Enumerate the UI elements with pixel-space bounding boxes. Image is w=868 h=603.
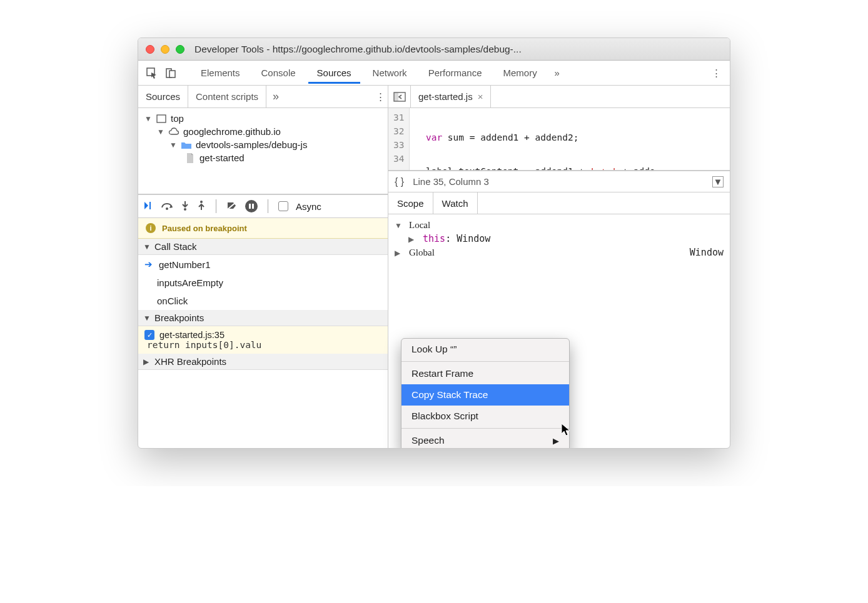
breakpoint-code: return inputs[0].valu: [144, 340, 381, 350]
sub-tab-more-icon[interactable]: »: [266, 90, 285, 103]
tree-top-label: top: [171, 113, 184, 124]
pause-on-exceptions-icon[interactable]: [245, 200, 258, 212]
stack-frame-current[interactable]: ➔ getNumber1: [138, 255, 388, 274]
tab-memory[interactable]: Memory: [495, 62, 546, 84]
paused-banner: i Paused on breakpoint: [138, 218, 388, 239]
deactivate-breakpoints-icon[interactable]: [226, 201, 238, 212]
resume-icon[interactable]: [143, 201, 153, 212]
cursor-position: Line 35, Column 3: [413, 176, 489, 187]
sub-tab-sources[interactable]: Sources: [138, 86, 188, 107]
step-out-icon[interactable]: [197, 201, 206, 212]
inspect-element-icon[interactable]: [144, 66, 159, 81]
ctx-separator: [401, 428, 569, 429]
triangle-icon: [157, 127, 164, 136]
ctx-blackbox-script[interactable]: Blackbox Script: [401, 406, 569, 427]
stack-frame-label: getNumber1: [159, 259, 211, 270]
stack-frame-label: inputsAreEmpty: [157, 277, 223, 288]
editor-file-tab[interactable]: get-started.js ×: [411, 86, 491, 107]
tab-sources[interactable]: Sources: [308, 62, 360, 84]
svg-rect-12: [394, 92, 398, 101]
async-checkbox[interactable]: [278, 201, 288, 211]
code-content[interactable]: var sum = addend1 + addend2; label.textC…: [410, 108, 660, 170]
breakpoint-checkbox[interactable]: ✓: [144, 330, 154, 340]
window-title: Developer Tools - https://googlechrome.g…: [194, 44, 722, 55]
tree-file[interactable]: get-started: [144, 151, 385, 164]
tree-domain-label: googlechrome.github.io: [183, 126, 281, 137]
step-over-icon[interactable]: [161, 201, 173, 212]
paused-text: Paused on breakpoint: [162, 224, 247, 233]
scope-watch-tabs: Scope Watch: [388, 192, 730, 214]
tree-domain[interactable]: googlechrome.github.io: [144, 125, 385, 138]
current-frame-arrow-icon: ➔: [144, 259, 153, 270]
devtools-tab-bar: Elements Console Sources Network Perform…: [138, 61, 730, 86]
svg-rect-3: [157, 115, 166, 122]
sources-kebab-icon[interactable]: ⋮: [373, 89, 388, 104]
svg-rect-10: [252, 204, 254, 209]
coverage-toggle-icon[interactable]: ▼: [712, 176, 724, 187]
stack-frame[interactable]: inputsAreEmpty: [138, 274, 388, 292]
context-menu: Look Up “” Restart Frame Copy Stack Trac…: [401, 338, 570, 449]
ctx-copy-stack-trace[interactable]: Copy Stack Trace: [401, 384, 569, 406]
tree-file-label: get-started: [199, 152, 245, 163]
kebab-menu-icon[interactable]: ⋮: [709, 66, 724, 81]
close-tab-icon[interactable]: ×: [478, 91, 483, 102]
xhr-breakpoints-title: XHR Breakpoints: [154, 356, 226, 367]
cloud-icon: [168, 127, 179, 137]
minimize-window-button[interactable]: [161, 45, 169, 54]
devtools-window: Developer Tools - https://googlechrome.g…: [138, 37, 730, 449]
tab-console[interactable]: Console: [253, 62, 305, 84]
tab-network[interactable]: Network: [364, 62, 416, 84]
line-number-gutter: 31 32 33 34: [388, 108, 410, 170]
tab-performance[interactable]: Performance: [420, 62, 491, 84]
triangle-icon: [143, 357, 151, 366]
stack-frame[interactable]: onClick: [138, 292, 388, 310]
close-window-button[interactable]: [146, 45, 154, 54]
svg-point-6: [184, 208, 186, 211]
tree-top[interactable]: top: [144, 112, 385, 125]
tab-scope[interactable]: Scope: [388, 192, 433, 214]
triangle-icon: [143, 314, 151, 322]
editor-tabbar: get-started.js ×: [388, 86, 730, 108]
scope-local[interactable]: ▼ Local: [395, 218, 724, 232]
triangle-icon: [169, 141, 177, 149]
more-tabs-icon[interactable]: »: [550, 66, 565, 81]
async-label: Async: [296, 201, 321, 212]
breakpoint-label: get-started.js:35: [159, 330, 225, 340]
toolbar-separator: [216, 199, 216, 213]
submenu-arrow-icon: ▶: [553, 436, 559, 446]
call-stack-header[interactable]: Call Stack: [138, 239, 388, 255]
ctx-look-up[interactable]: Look Up “”: [401, 339, 569, 360]
breakpoints-header[interactable]: Breakpoints: [138, 310, 388, 326]
window-titlebar: Developer Tools - https://googlechrome.g…: [138, 38, 730, 61]
breakpoint-item[interactable]: ✓ get-started.js:35 return inputs[0].val…: [138, 326, 388, 354]
file-tab-label: get-started.js: [418, 91, 473, 102]
scope-global[interactable]: ▶ Global Window: [395, 246, 724, 259]
scope-this[interactable]: ▶ this: Window: [395, 232, 724, 246]
svg-rect-2: [169, 71, 175, 77]
pretty-print-icon[interactable]: { }: [395, 176, 404, 187]
info-icon: i: [146, 223, 156, 233]
frame-icon: [156, 114, 167, 124]
xhr-breakpoints-header[interactable]: XHR Breakpoints: [138, 354, 388, 370]
file-icon: [184, 153, 196, 163]
svg-rect-9: [249, 204, 251, 209]
traffic-lights: [146, 45, 184, 54]
mouse-cursor-icon: [561, 423, 572, 437]
navigator-toggle-icon[interactable]: [388, 86, 411, 107]
tab-elements[interactable]: Elements: [192, 62, 249, 84]
triangle-icon: [144, 114, 152, 123]
sub-tab-content-scripts[interactable]: Content scripts: [188, 86, 266, 107]
toolbar-separator: [268, 199, 268, 213]
call-stack-title: Call Stack: [154, 241, 197, 252]
file-tree: top googlechrome.github.io devtools-samp…: [138, 108, 388, 194]
zoom-window-button[interactable]: [176, 45, 184, 54]
stack-frame-label: onClick: [157, 296, 188, 306]
step-into-icon[interactable]: [181, 201, 189, 212]
device-toolbar-icon[interactable]: [163, 66, 178, 81]
ctx-restart-frame[interactable]: Restart Frame: [401, 363, 569, 384]
tree-folder[interactable]: devtools-samples/debug-js: [144, 138, 385, 151]
ctx-speech[interactable]: Speech ▶: [401, 430, 569, 449]
tab-watch[interactable]: Watch: [433, 192, 478, 214]
svg-point-5: [166, 207, 168, 210]
code-editor[interactable]: 31 32 33 34 var sum = addend1 + addend2;…: [388, 108, 730, 171]
